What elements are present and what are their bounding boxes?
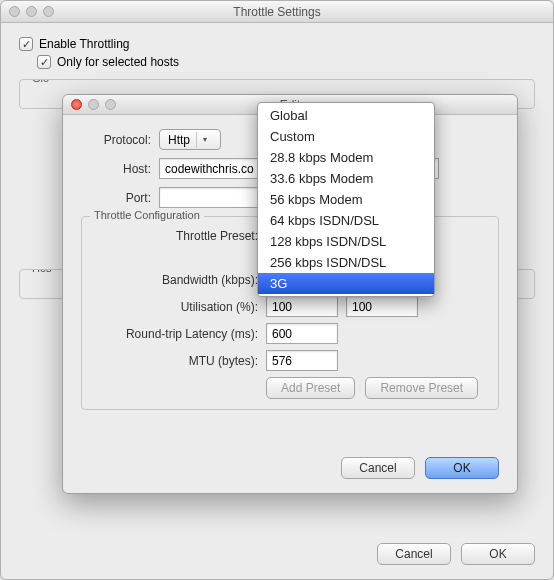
preset-option-64[interactable]: 64 kbps ISDN/DSL (258, 210, 434, 231)
preset-option-3g[interactable]: 3G (258, 273, 434, 294)
sheet-ok-button[interactable]: OK (425, 457, 499, 479)
sheet-traffic-lights (63, 99, 116, 110)
sheet-button-bar: Cancel OK (341, 457, 499, 479)
utilisation-label: Utilisation (%): (94, 300, 258, 314)
zoom-icon[interactable] (105, 99, 116, 110)
mtu-label: MTU (bytes): (94, 354, 258, 368)
port-label: Port: (81, 191, 151, 205)
preset-option-128[interactable]: 128 kbps ISDN/DSL (258, 231, 434, 252)
global-group-label: Glo (28, 79, 53, 84)
zoom-icon[interactable] (43, 6, 54, 17)
preset-option-custom[interactable]: Custom (258, 126, 434, 147)
only-selected-hosts-row: ✓ Only for selected hosts (37, 55, 535, 69)
preset-buttons: Add Preset Remove Preset (266, 377, 486, 399)
add-preset-button[interactable]: Add Preset (266, 377, 355, 399)
preset-label: Throttle Preset: (94, 229, 258, 243)
enable-throttling-row: ✓ Enable Throttling (19, 37, 535, 51)
preset-option-28-8[interactable]: 28.8 kbps Modem (258, 147, 434, 168)
throttle-preset-menu[interactable]: Global Custom 28.8 kbps Modem 33.6 kbps … (257, 102, 435, 297)
preset-option-56[interactable]: 56 kbps Modem (258, 189, 434, 210)
minimize-icon[interactable] (88, 99, 99, 110)
port-input[interactable] (159, 187, 259, 208)
utilisation-upload-input[interactable] (346, 296, 418, 317)
preset-option-global[interactable]: Global (258, 105, 434, 126)
latency-input[interactable] (266, 323, 338, 344)
utilisation-download-input[interactable] (266, 296, 338, 317)
latency-label: Round-trip Latency (ms): (94, 327, 258, 341)
only-selected-hosts-label: Only for selected hosts (57, 55, 179, 69)
main-cancel-button[interactable]: Cancel (377, 543, 451, 565)
host-label: Host: (81, 162, 151, 176)
window-title: Throttle Settings (1, 5, 553, 19)
throttle-config-title: Throttle Configuration (90, 209, 204, 221)
sheet-cancel-button[interactable]: Cancel (341, 457, 415, 479)
remove-preset-button[interactable]: Remove Preset (365, 377, 478, 399)
enable-throttling-label: Enable Throttling (39, 37, 130, 51)
mtu-input[interactable] (266, 350, 338, 371)
utilisation-row: Utilisation (%): (94, 296, 486, 317)
protocol-select[interactable]: Http ▾ (159, 129, 221, 150)
enable-throttling-checkbox[interactable]: ✓ (19, 37, 33, 51)
main-titlebar: Throttle Settings (1, 1, 553, 23)
preset-option-256[interactable]: 256 kbps ISDN/DSL (258, 252, 434, 273)
traffic-lights (1, 6, 54, 17)
preset-option-33-6[interactable]: 33.6 kbps Modem (258, 168, 434, 189)
hosts-group-label: Hos (28, 269, 56, 274)
close-icon[interactable] (71, 99, 82, 110)
main-ok-button[interactable]: OK (461, 543, 535, 565)
only-selected-hosts-checkbox[interactable]: ✓ (37, 55, 51, 69)
latency-row: Round-trip Latency (ms): (94, 323, 486, 344)
chevron-down-icon: ▾ (196, 132, 212, 148)
main-button-bar: Cancel OK (377, 543, 535, 565)
protocol-label: Protocol: (81, 133, 151, 147)
minimize-icon[interactable] (26, 6, 37, 17)
protocol-value: Http (168, 133, 190, 147)
bandwidth-label: Bandwidth (kbps): (94, 273, 258, 287)
mtu-row: MTU (bytes): (94, 350, 486, 371)
close-icon[interactable] (9, 6, 20, 17)
